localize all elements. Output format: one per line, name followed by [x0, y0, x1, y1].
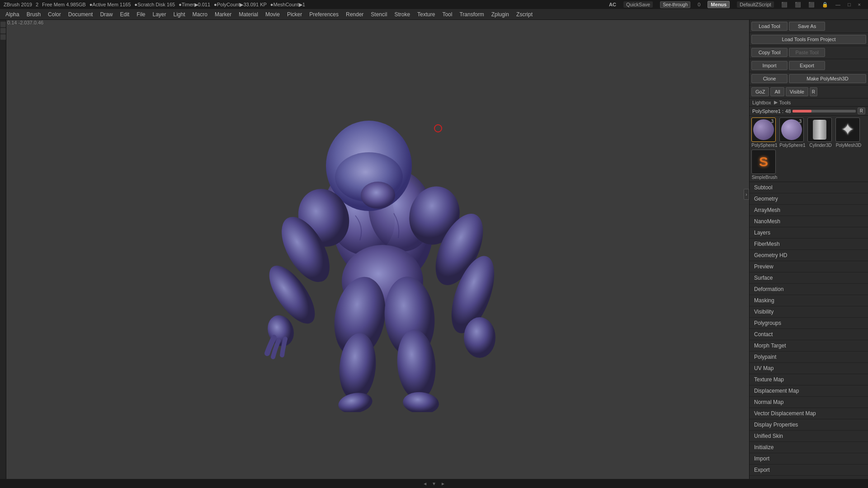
load-tools-project-btn[interactable]: Load Tools From Project: [751, 35, 866, 44]
tools-label[interactable]: Tools: [779, 100, 791, 105]
section-vector-displacement-map[interactable]: Vector Displacement Map: [750, 408, 868, 419]
thumb-polysphere1-img[interactable]: 3: [751, 117, 776, 142]
menu-item-document[interactable]: Document: [65, 10, 97, 19]
section-nanomesh[interactable]: NanoMesh: [750, 216, 868, 227]
goz-btn[interactable]: GoZ: [751, 87, 769, 96]
r-btn-row6[interactable]: R: [810, 87, 817, 96]
section-layers[interactable]: Layers: [750, 227, 868, 239]
save-as-btn[interactable]: Save As: [789, 22, 825, 31]
menus-btn[interactable]: Menus: [708, 1, 730, 8]
section-subtool[interactable]: Subtool: [750, 182, 868, 193]
left-tool-3[interactable]: [0, 34, 6, 40]
menu-item-tool[interactable]: Tool: [439, 10, 456, 19]
section-polypaint[interactable]: Polypaint: [750, 352, 868, 363]
app-title: ZBrush 2019: [4, 2, 32, 7]
section-contact[interactable]: Contact: [750, 329, 868, 340]
thumb-polymesh3d[interactable]: ✦ PolyMesh3D: [835, 117, 862, 148]
menu-item-zscript[interactable]: Zscript: [513, 10, 536, 19]
menu-item-transform[interactable]: Transform: [456, 10, 487, 19]
icon-btn-1[interactable]: ⬛: [781, 2, 788, 8]
menu-item-file[interactable]: File: [133, 10, 149, 19]
tool-btn-row-6: GoZ All Visible R: [750, 85, 868, 99]
section-initialize[interactable]: Initialize: [750, 442, 868, 453]
bottom-nav-left[interactable]: ◄: [421, 481, 429, 487]
section-polygroups[interactable]: Polygroups: [750, 318, 868, 329]
section-arraymesh[interactable]: ArrayMesh: [750, 205, 868, 216]
section-geometry[interactable]: Geometry: [750, 193, 868, 205]
thumb-simplebrush[interactable]: S SimpleBrush: [751, 150, 778, 180]
menu-item-stencil[interactable]: Stencil: [367, 10, 391, 19]
timer: Timer▶0.011: [182, 2, 210, 8]
thumb-polysphere1[interactable]: 3 PolySphere1: [751, 117, 778, 148]
icon-btn-6[interactable]: □: [848, 2, 851, 7]
menu-item-draw[interactable]: Draw: [96, 10, 116, 19]
see-through-btn[interactable]: See-through: [660, 1, 690, 8]
paste-tool-btn[interactable]: Paste Tool: [789, 48, 825, 57]
section-uv-map[interactable]: UV Map: [750, 363, 868, 374]
lightbox-label[interactable]: Lightbox: [752, 100, 771, 105]
default-zscript-btn[interactable]: DefaultZScript: [737, 1, 774, 8]
icon-btn-3[interactable]: ⬛: [808, 2, 815, 8]
polysphere-r-btn[interactable]: R: [858, 108, 865, 114]
visible-btn[interactable]: Visible: [786, 87, 808, 96]
section-preview[interactable]: Preview: [750, 261, 868, 272]
section-export-bottom[interactable]: Export: [750, 465, 868, 476]
menu-item-layer[interactable]: Layer: [149, 10, 170, 19]
svg-point-5: [361, 182, 395, 209]
section-surface[interactable]: Surface: [750, 272, 868, 284]
menu-item-movie[interactable]: Movie: [262, 10, 283, 19]
section-deformation[interactable]: Deformation: [750, 284, 868, 295]
polysphere-count-value: 48: [785, 108, 791, 114]
menu-item-preferences[interactable]: Preferences: [306, 10, 342, 19]
section-texture-map[interactable]: Texture Map: [750, 374, 868, 385]
see-through-num: 0: [698, 2, 700, 7]
menu-item-zplugin[interactable]: Zplugin: [488, 10, 513, 19]
icon-btn-7[interactable]: ×: [858, 2, 861, 7]
icon-btn-5[interactable]: —: [835, 2, 840, 7]
section-unified-skin[interactable]: Unified Skin: [750, 431, 868, 442]
thumb-cylinder3d[interactable]: Cylinder3D: [807, 117, 834, 148]
left-tool-1[interactable]: [0, 22, 6, 27]
import-btn[interactable]: Import: [751, 61, 788, 70]
section-masking[interactable]: Masking: [750, 295, 868, 306]
section-fibermesh[interactable]: FiberMesh: [750, 239, 868, 250]
thumb-cylinder3d-img[interactable]: [807, 117, 832, 142]
icon-btn-2[interactable]: ⬛: [795, 2, 801, 8]
menu-item-picker[interactable]: Picker: [283, 10, 306, 19]
make-polymesh-btn[interactable]: Make PolyMesh3D: [789, 74, 866, 83]
load-tool-btn[interactable]: Load Tool: [751, 22, 788, 31]
thumb-polymesh3d-img[interactable]: ✦: [835, 117, 860, 142]
bottom-nav-down[interactable]: ▼: [430, 481, 438, 487]
menu-item-edit[interactable]: Edit: [116, 10, 133, 19]
section-normal-map[interactable]: Normal Map: [750, 397, 868, 408]
bottom-nav-right[interactable]: ►: [439, 481, 447, 487]
section-display-properties[interactable]: Display Properties: [750, 419, 868, 431]
menu-item-stroke[interactable]: Stroke: [391, 10, 414, 19]
menu-item-macro[interactable]: Macro: [189, 10, 211, 19]
menu-item-texture[interactable]: Texture: [414, 10, 439, 19]
thumb-polysphere1-b-img[interactable]: 3: [779, 117, 804, 142]
menu-item-render[interactable]: Render: [342, 10, 367, 19]
section-morph-target[interactable]: Morph Target: [750, 340, 868, 352]
menu-item-brush[interactable]: Brush: [23, 10, 44, 19]
section-import-bottom[interactable]: Import: [750, 453, 868, 465]
menu-item-material[interactable]: Material: [235, 10, 262, 19]
section-displacement-map[interactable]: Displacement Map: [750, 385, 868, 397]
menu-item-marker[interactable]: Marker: [211, 10, 235, 19]
clone-btn[interactable]: Clone: [751, 74, 788, 83]
collapse-panel-arrow[interactable]: ›: [744, 189, 749, 200]
icon-btn-4[interactable]: 🔒: [822, 2, 828, 8]
menu-item-alpha[interactable]: Alpha: [2, 10, 23, 19]
section-geometry-hd[interactable]: Geometry HD: [750, 250, 868, 261]
menu-item-color[interactable]: Color: [44, 10, 65, 19]
copy-tool-btn[interactable]: Copy Tool: [751, 48, 788, 57]
left-tool-2[interactable]: [0, 28, 6, 33]
section-visibility[interactable]: Visibility: [750, 306, 868, 318]
ac-badge: AC: [609, 2, 616, 7]
thumb-simplebrush-img[interactable]: S: [751, 150, 776, 174]
quicksave-btn[interactable]: QuickSave: [623, 1, 653, 8]
menu-item-light[interactable]: Light: [170, 10, 189, 19]
thumb-polysphere1-b[interactable]: 3 PolySphere1: [779, 117, 806, 148]
all-btn[interactable]: All: [770, 87, 784, 96]
export-btn[interactable]: Export: [789, 61, 825, 70]
